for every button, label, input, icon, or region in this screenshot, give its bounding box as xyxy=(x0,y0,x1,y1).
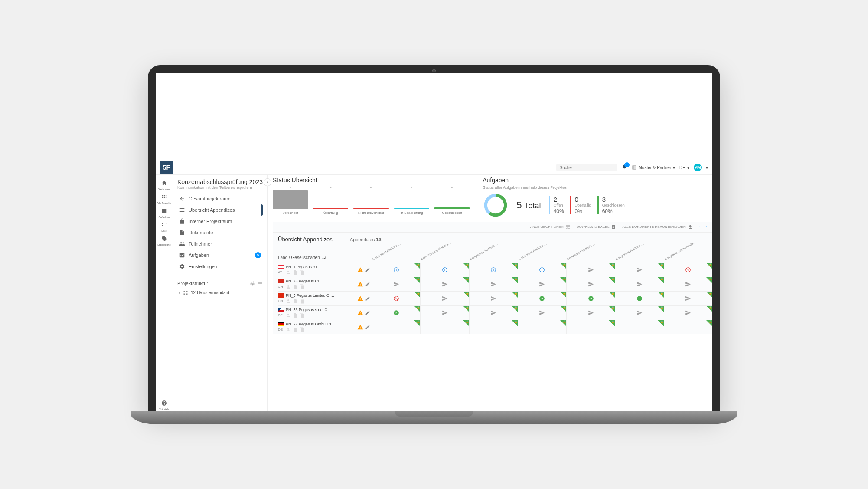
collapse-sidepanel-button[interactable]: ‹ xyxy=(264,178,271,186)
table-cell[interactable]: 🔒 xyxy=(615,263,663,277)
table-cell[interactable]: 🔒 xyxy=(469,277,518,291)
table-cell[interactable]: 🔒 xyxy=(566,277,615,291)
table-cell[interactable]: 🔒 xyxy=(566,292,615,305)
table-cell[interactable]: 🔒 xyxy=(420,292,469,305)
column-header[interactable]: Completion Memorandu… xyxy=(664,243,712,263)
column-header[interactable]: Component Auditor's … xyxy=(372,243,420,263)
nav-lock[interactable]: Interner Projektraum xyxy=(177,216,263,227)
filter-icon xyxy=(565,224,571,230)
table-cell[interactable]: 🔒 xyxy=(566,320,615,334)
table-cell[interactable]: 🔒 xyxy=(664,292,712,305)
table-cell[interactable]: 🔒 xyxy=(518,306,566,320)
search-input[interactable] xyxy=(560,165,615,170)
table-cell[interactable]: 🔒 xyxy=(615,292,663,305)
main-content: Status Übersicht ▸ Versendet ▸ Überfälli… xyxy=(268,175,712,412)
language-menu[interactable]: DE ▾ xyxy=(679,165,689,170)
column-header[interactable]: Component Auditor's … xyxy=(566,243,615,263)
table-cell[interactable]: 🔒 xyxy=(420,263,469,277)
sidebar-all-projects[interactable]: Alle Projekte xyxy=(156,192,173,206)
table-cell[interactable]: 🔒 xyxy=(372,277,420,291)
download-all-documents-button[interactable]: ALLE DOKUMENTE HERUNTERLADEN xyxy=(622,224,692,230)
lock-icon: 🔒 xyxy=(466,263,469,266)
back-icon xyxy=(179,196,185,202)
table-cell[interactable]: 🔒 xyxy=(518,263,566,277)
nav-doc[interactable]: Dokumente xyxy=(177,227,263,238)
lock-icon: 🔒 xyxy=(466,277,469,280)
column-header[interactable]: Component Auditor's … xyxy=(615,243,663,263)
user-icon xyxy=(286,327,291,332)
notifications-button[interactable]: 10 xyxy=(621,164,627,171)
nav-gear[interactable]: Einstellungen xyxy=(177,261,263,272)
user-avatar[interactable]: MM xyxy=(694,164,702,171)
table-cell[interactable]: 🔒 xyxy=(664,263,712,277)
table-cell[interactable]: 🔒 xyxy=(518,292,566,305)
sidebar-tutorials[interactable]: Tutorials xyxy=(156,398,173,412)
project-sidepanel: ‹ Konzernabschlussprüfung 2023 Kommunika… xyxy=(173,175,268,412)
column-header[interactable]: Early Warning Memora… xyxy=(420,243,469,263)
table-cell[interactable]: 🔒 xyxy=(372,292,420,305)
project-structure-item[interactable]: › 123 Mustermandant xyxy=(177,288,263,298)
row-label[interactable]: PN_35 Pegasus s.r.o. C … CZ xyxy=(278,306,356,320)
table-cell[interactable]: 🔒 xyxy=(420,320,469,334)
nav-check[interactable]: Aufgaben 5 xyxy=(177,249,263,261)
table-cell[interactable]: 🔒 xyxy=(566,263,615,277)
sidebar-lists[interactable]: Liste xyxy=(156,220,173,234)
search-input-wrap[interactable] xyxy=(556,164,617,171)
table-cell[interactable]: 🔒 xyxy=(469,263,518,277)
chevron-down-icon[interactable]: ▾ xyxy=(706,165,708,170)
table-row: PN_22 Pegasus GmbH DE DE 🔒 🔒 xyxy=(278,320,712,334)
lock-icon: 🔒 xyxy=(709,277,712,280)
column-header[interactable]: Component Auditor's … xyxy=(518,243,566,263)
lock-icon: 🔒 xyxy=(563,292,566,295)
collapse-icon[interactable] xyxy=(258,281,263,286)
warning-icon xyxy=(357,267,363,273)
sidebar-labelsearch[interactable]: Labelsuche xyxy=(156,234,173,248)
table-cell[interactable]: 🔒 xyxy=(615,277,663,291)
edit-icon[interactable] xyxy=(365,296,370,301)
column-header[interactable]: Component Auditor's … xyxy=(469,243,518,263)
pager-prev-button[interactable]: ‹ xyxy=(699,225,700,229)
table-cell[interactable]: 🔒 xyxy=(469,320,518,334)
table-cell[interactable]: 🔒 xyxy=(469,306,518,320)
row-label[interactable]: PN_3 Pegasus Limited C … CN xyxy=(278,292,356,305)
pager-next-button[interactable]: › xyxy=(706,225,707,229)
check-icon xyxy=(179,252,185,258)
table-row: PN_78 Pegasus CH CH 🔒 🔒 xyxy=(278,277,712,291)
table-cell[interactable]: 🔒 xyxy=(420,277,469,291)
filter-icon[interactable] xyxy=(250,281,255,286)
table-cell[interactable]: 🔒 xyxy=(566,306,615,320)
sidebar-dashboard[interactable]: Dashboard xyxy=(156,178,173,192)
edit-icon[interactable] xyxy=(365,325,370,330)
table-cell[interactable]: 🔒 xyxy=(518,320,566,334)
table-cell[interactable]: 🔒 xyxy=(615,306,663,320)
table-cell[interactable]: 🔒 xyxy=(420,306,469,320)
edit-icon[interactable] xyxy=(365,310,370,315)
table-cell[interactable]: 🔒 xyxy=(469,292,518,305)
table-cell[interactable]: 🔒 xyxy=(664,306,712,320)
appendix-count: Appendizes 13 xyxy=(350,237,382,242)
list-icon xyxy=(179,207,185,213)
row-label[interactable]: PN_1 Pegasus AT AT xyxy=(278,263,356,277)
table-cell[interactable]: 🔒 xyxy=(372,306,420,320)
display-options-button[interactable]: ANZEIGEOPTIONEN xyxy=(530,224,571,230)
row-label[interactable]: PN_22 Pegasus GmbH DE DE xyxy=(278,320,356,334)
table-cell[interactable]: 🔒 xyxy=(372,263,420,277)
nav-people[interactable]: Teilnehmer xyxy=(177,238,263,249)
company-menu[interactable]: Muster & Partner ▾ xyxy=(632,165,675,170)
row-label[interactable]: PN_78 Pegasus CH CH xyxy=(278,277,356,291)
lock-icon: 🔒 xyxy=(514,263,517,266)
edit-icon[interactable] xyxy=(365,267,370,272)
icon-sidebar: Dashboard Alle Projekte Aufgaben Liste L… xyxy=(156,175,173,412)
table-cell[interactable]: 🔒 xyxy=(664,320,712,334)
edit-icon[interactable] xyxy=(365,282,370,287)
nav-list[interactable]: Übersicht Appendizes xyxy=(177,204,263,216)
table-cell[interactable]: 🔒 xyxy=(372,320,420,334)
table-cell[interactable]: 🔒 xyxy=(615,320,663,334)
table-cell[interactable]: 🔒 xyxy=(664,277,712,291)
warning-icon xyxy=(357,281,363,287)
table-cell[interactable]: 🔒 xyxy=(518,277,566,291)
warning-icon xyxy=(357,324,363,330)
nav-back[interactable]: Gesamtprojektraum xyxy=(177,193,263,204)
sidebar-tasks[interactable]: Aufgaben xyxy=(156,206,173,220)
download-excel-button[interactable]: DOWNLOAD EXCEL xyxy=(577,224,617,230)
